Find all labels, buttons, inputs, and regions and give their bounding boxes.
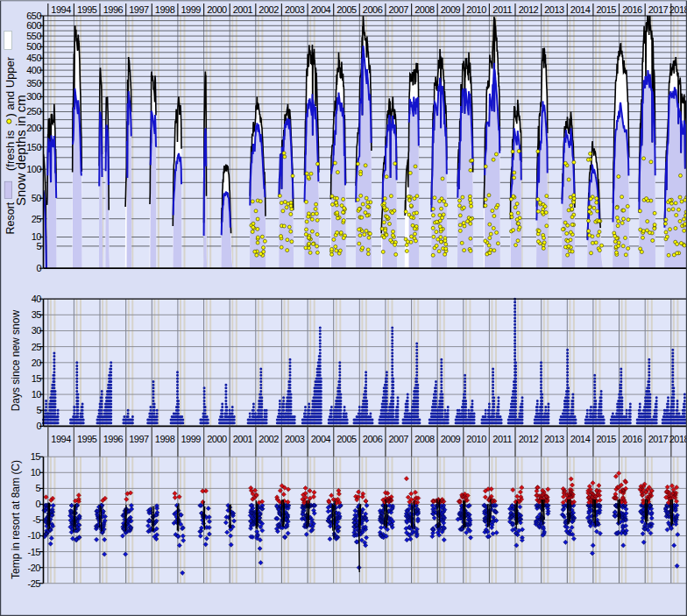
svg-text:1996: 1996 bbox=[103, 434, 124, 444]
svg-text:1997: 1997 bbox=[129, 4, 149, 15]
svg-text:2006: 2006 bbox=[363, 434, 383, 444]
svg-text:10: 10 bbox=[32, 389, 42, 400]
svg-text:2009: 2009 bbox=[441, 4, 461, 15]
svg-text:2001: 2001 bbox=[233, 4, 253, 15]
svg-text:2012: 2012 bbox=[519, 4, 539, 15]
svg-text:2003: 2003 bbox=[285, 4, 305, 15]
svg-text:2004: 2004 bbox=[311, 4, 331, 15]
svg-text:2014: 2014 bbox=[570, 434, 591, 444]
svg-text:2013: 2013 bbox=[544, 4, 564, 15]
svg-text:1995: 1995 bbox=[77, 434, 97, 444]
svg-text:30: 30 bbox=[32, 325, 42, 336]
svg-text:15: 15 bbox=[31, 451, 41, 462]
svg-text:-5: -5 bbox=[32, 514, 40, 525]
svg-text:2002: 2002 bbox=[259, 434, 279, 444]
svg-text:300: 300 bbox=[26, 91, 41, 102]
svg-text:1995: 1995 bbox=[77, 4, 97, 15]
svg-text:Days since new snow: Days since new snow bbox=[10, 310, 22, 412]
svg-text:2007: 2007 bbox=[388, 434, 408, 444]
svg-text:2006: 2006 bbox=[363, 4, 383, 15]
svg-text:5: 5 bbox=[36, 405, 41, 415]
svg-text:5: 5 bbox=[36, 241, 41, 251]
svg-text:0: 0 bbox=[36, 263, 41, 273]
svg-text:0: 0 bbox=[35, 499, 40, 509]
svg-text:2011: 2011 bbox=[492, 4, 512, 15]
svg-text:2008: 2008 bbox=[414, 4, 435, 15]
svg-text:2018: 2018 bbox=[669, 4, 687, 15]
svg-text:1999: 1999 bbox=[181, 434, 201, 444]
svg-text:2001: 2001 bbox=[233, 434, 253, 444]
svg-text:-15: -15 bbox=[28, 547, 41, 557]
svg-text:10: 10 bbox=[31, 467, 41, 478]
svg-text:1994: 1994 bbox=[51, 4, 71, 15]
svg-text:2016: 2016 bbox=[622, 4, 642, 15]
svg-text:2005: 2005 bbox=[336, 434, 357, 444]
svg-text:400: 400 bbox=[26, 65, 41, 75]
svg-text:2015: 2015 bbox=[596, 4, 616, 15]
svg-text:1999: 1999 bbox=[181, 4, 201, 15]
svg-text:Temp in resort at 8am (C): Temp in resort at 8am (C) bbox=[10, 460, 22, 579]
svg-text:650: 650 bbox=[26, 11, 41, 21]
svg-text:1994: 1994 bbox=[51, 434, 71, 444]
svg-text:2007: 2007 bbox=[388, 4, 408, 15]
svg-text:200: 200 bbox=[26, 123, 41, 133]
svg-text:2011: 2011 bbox=[492, 434, 512, 444]
svg-text:2015: 2015 bbox=[596, 434, 616, 444]
svg-text:550: 550 bbox=[26, 31, 41, 41]
svg-text:100: 100 bbox=[26, 164, 41, 174]
svg-text:0: 0 bbox=[36, 421, 41, 431]
svg-text:2014: 2014 bbox=[570, 4, 591, 15]
svg-text:15: 15 bbox=[32, 373, 42, 384]
svg-text:-25: -25 bbox=[28, 578, 41, 589]
svg-text:50: 50 bbox=[32, 193, 42, 203]
svg-text:5: 5 bbox=[35, 483, 40, 493]
svg-text:2016: 2016 bbox=[622, 434, 642, 444]
svg-text:1997: 1997 bbox=[129, 434, 149, 444]
svg-text:1998: 1998 bbox=[155, 434, 175, 444]
svg-text:Snow depths in cm: Snow depths in cm bbox=[13, 95, 28, 206]
svg-text:1996: 1996 bbox=[103, 4, 124, 15]
svg-text:600: 600 bbox=[26, 20, 41, 31]
svg-text:2010: 2010 bbox=[466, 434, 486, 444]
svg-text:40: 40 bbox=[32, 294, 42, 304]
svg-text:350: 350 bbox=[26, 78, 41, 89]
svg-text:2012: 2012 bbox=[519, 434, 539, 444]
svg-text:-20: -20 bbox=[28, 563, 41, 573]
svg-text:1998: 1998 bbox=[155, 4, 175, 15]
svg-text:2017: 2017 bbox=[648, 434, 669, 444]
svg-text:2008: 2008 bbox=[414, 434, 435, 444]
svg-text:2010: 2010 bbox=[466, 4, 486, 15]
svg-text:2017: 2017 bbox=[648, 4, 669, 15]
svg-text:2009: 2009 bbox=[441, 434, 461, 444]
svg-text:450: 450 bbox=[26, 53, 41, 63]
svg-text:2013: 2013 bbox=[544, 434, 564, 444]
svg-text:2018: 2018 bbox=[669, 434, 687, 444]
svg-text:150: 150 bbox=[26, 142, 41, 152]
svg-text:20: 20 bbox=[32, 358, 42, 368]
svg-text:2002: 2002 bbox=[259, 4, 279, 15]
svg-text:2004: 2004 bbox=[311, 434, 331, 444]
svg-text:2000: 2000 bbox=[207, 434, 227, 444]
svg-text:-10: -10 bbox=[28, 530, 41, 541]
svg-text:25: 25 bbox=[32, 342, 42, 352]
svg-text:2005: 2005 bbox=[336, 4, 357, 15]
svg-text:2003: 2003 bbox=[285, 434, 305, 444]
svg-text:500: 500 bbox=[26, 41, 41, 52]
svg-text:250: 250 bbox=[26, 106, 41, 117]
svg-text:25: 25 bbox=[32, 214, 42, 224]
svg-text:35: 35 bbox=[32, 309, 42, 320]
svg-text:2000: 2000 bbox=[207, 4, 227, 15]
